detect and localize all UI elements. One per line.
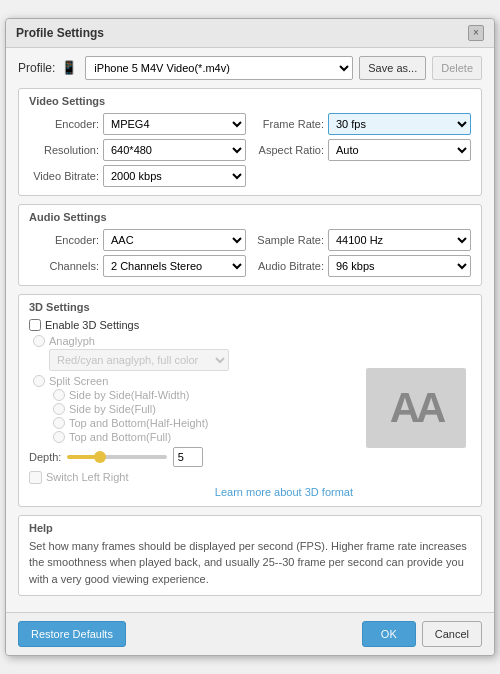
enable-3d-row: Enable 3D Settings (29, 319, 353, 331)
help-title: Help (29, 522, 471, 534)
aa-preview-container: AA (361, 319, 471, 498)
channels-label: Channels: (29, 260, 99, 272)
footer-right: OK Cancel (362, 621, 482, 647)
3d-settings-title: 3D Settings (29, 301, 471, 313)
profile-select[interactable]: iPhone 5 M4V Video(*.m4v) (85, 56, 353, 80)
split-screen-radio-row: Split Screen (33, 375, 353, 387)
profile-label: Profile: (18, 61, 55, 75)
dialog-content: Profile: 📱 iPhone 5 M4V Video(*.m4v) Sav… (6, 48, 494, 613)
video-settings-title: Video Settings (29, 95, 471, 107)
switch-row: Switch Left Right (29, 471, 353, 484)
top-bottom-half-radio[interactable] (53, 417, 65, 429)
audio-bitrate-select[interactable]: 96 kbps (328, 255, 471, 277)
switch-left-right-label: Switch Left Right (46, 471, 129, 483)
video-bitrate-row: Video Bitrate: 2000 kbps (29, 165, 246, 187)
sample-rate-row: Sample Rate: 44100 Hz (254, 229, 471, 251)
video-bitrate-label: Video Bitrate: (29, 170, 99, 182)
radio-group: Anaglyph Red/cyan anaglyph, full color S… (33, 335, 353, 443)
restore-defaults-button[interactable]: Restore Defaults (18, 621, 126, 647)
audio-encoder-row: Encoder: AAC (29, 229, 246, 251)
footer: Restore Defaults OK Cancel (6, 612, 494, 655)
split-screen-options: Side by Side(Half-Width) Side by Side(Fu… (53, 389, 353, 443)
side-by-side-full-row: Side by Side(Full) (53, 403, 353, 415)
frame-rate-select[interactable]: 30 fps (328, 113, 471, 135)
side-by-side-full-radio[interactable] (53, 403, 65, 415)
3d-settings-section: 3D Settings Enable 3D Settings Anaglyph … (18, 294, 482, 507)
profile-settings-dialog: Profile Settings × Profile: 📱 iPhone 5 M… (5, 18, 495, 657)
title-bar: Profile Settings × (6, 19, 494, 48)
channels-row: Channels: 2 Channels Stereo (29, 255, 246, 277)
video-settings-section: Video Settings Encoder: MPEG4 Frame Rate… (18, 88, 482, 196)
anaglyph-radio-row: Anaglyph (33, 335, 353, 347)
resolution-row: Resolution: 640*480 (29, 139, 246, 161)
help-text: Set how many frames should be displayed … (29, 538, 471, 588)
anaglyph-radio[interactable] (33, 335, 45, 347)
side-by-side-full-label: Side by Side(Full) (69, 403, 156, 415)
3d-left: Enable 3D Settings Anaglyph Red/cyan ana… (29, 319, 353, 498)
frame-rate-label: Frame Rate: (254, 118, 324, 130)
channels-select[interactable]: 2 Channels Stereo (103, 255, 246, 277)
side-by-side-half-label: Side by Side(Half-Width) (69, 389, 189, 401)
split-screen-radio[interactable] (33, 375, 45, 387)
aspect-ratio-label: Aspect Ratio: (254, 144, 324, 156)
encoder-row: Encoder: MPEG4 (29, 113, 246, 135)
audio-encoder-select[interactable]: AAC (103, 229, 246, 251)
split-screen-label: Split Screen (49, 375, 108, 387)
top-bottom-full-radio[interactable] (53, 431, 65, 443)
profile-row: Profile: 📱 iPhone 5 M4V Video(*.m4v) Sav… (18, 56, 482, 80)
aa-preview: AA (366, 368, 466, 448)
video-settings-grid: Encoder: MPEG4 Frame Rate: 30 fps Resolu… (29, 113, 471, 187)
audio-bitrate-row: Audio Bitrate: 96 kbps (254, 255, 471, 277)
encoder-label: Encoder: (29, 118, 99, 130)
enable-3d-label: Enable 3D Settings (45, 319, 139, 331)
side-by-side-half-row: Side by Side(Half-Width) (53, 389, 353, 401)
audio-settings-title: Audio Settings (29, 211, 471, 223)
audio-encoder-label: Encoder: (29, 234, 99, 246)
3d-content: Enable 3D Settings Anaglyph Red/cyan ana… (29, 319, 471, 498)
video-bitrate-select[interactable]: 2000 kbps (103, 165, 246, 187)
top-bottom-full-label: Top and Bottom(Full) (69, 431, 171, 443)
audio-bitrate-label: Audio Bitrate: (254, 260, 324, 272)
anaglyph-label: Anaglyph (49, 335, 95, 347)
depth-row: Depth: (29, 447, 353, 467)
depth-label: Depth: (29, 451, 61, 463)
anaglyph-select[interactable]: Red/cyan anaglyph, full color (49, 349, 229, 371)
encoder-select[interactable]: MPEG4 (103, 113, 246, 135)
aspect-ratio-row: Aspect Ratio: Auto (254, 139, 471, 161)
delete-button[interactable]: Delete (432, 56, 482, 80)
depth-slider[interactable] (67, 455, 167, 459)
sample-rate-select[interactable]: 44100 Hz (328, 229, 471, 251)
side-by-side-half-radio[interactable] (53, 389, 65, 401)
top-bottom-half-label: Top and Bottom(Half-Height) (69, 417, 208, 429)
ok-button[interactable]: OK (362, 621, 416, 647)
resolution-label: Resolution: (29, 144, 99, 156)
cancel-button[interactable]: Cancel (422, 621, 482, 647)
switch-left-right-checkbox[interactable] (29, 471, 42, 484)
enable-3d-checkbox[interactable] (29, 319, 41, 331)
phone-icon: 📱 (61, 60, 77, 75)
help-section: Help Set how many frames should be displ… (18, 515, 482, 597)
top-bottom-half-row: Top and Bottom(Half-Height) (53, 417, 353, 429)
aa-preview-text: AA (390, 384, 443, 432)
save-as-button[interactable]: Save as... (359, 56, 426, 80)
audio-settings-grid: Encoder: AAC Sample Rate: 44100 Hz Chann… (29, 229, 471, 277)
aspect-ratio-select[interactable]: Auto (328, 139, 471, 161)
frame-rate-row: Frame Rate: 30 fps (254, 113, 471, 135)
dialog-title: Profile Settings (16, 26, 104, 40)
top-bottom-full-row: Top and Bottom(Full) (53, 431, 353, 443)
close-button[interactable]: × (468, 25, 484, 41)
sample-rate-label: Sample Rate: (254, 234, 324, 246)
resolution-select[interactable]: 640*480 (103, 139, 246, 161)
depth-input[interactable] (173, 447, 203, 467)
learn-more-link[interactable]: Learn more about 3D format (29, 486, 353, 498)
audio-settings-section: Audio Settings Encoder: AAC Sample Rate:… (18, 204, 482, 286)
